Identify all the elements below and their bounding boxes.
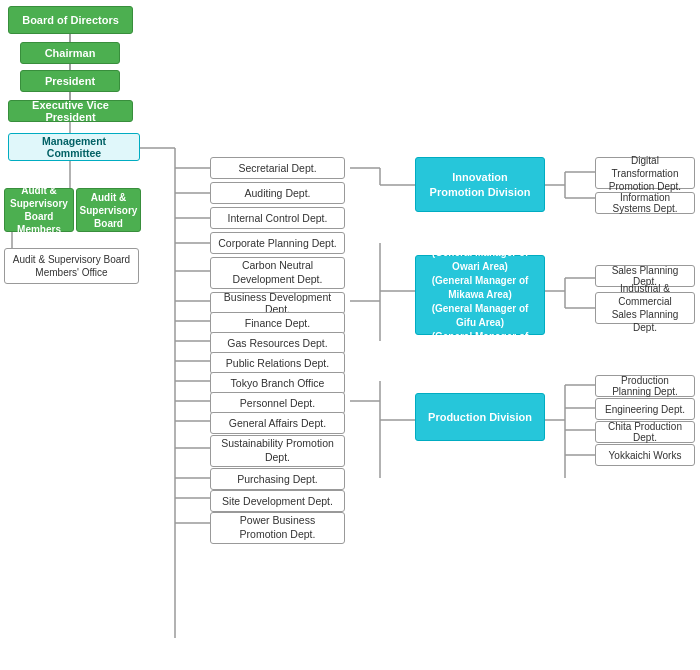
gas-resources-dept: Gas Resources Dept. <box>210 332 345 354</box>
secretarial-dept: Secretarial Dept. <box>210 157 345 179</box>
chita-production-dept: Chita Production Dept. <box>595 421 695 443</box>
biz-dev-dept: Business Development Dept. <box>210 292 345 314</box>
org-chart: Board of Directors Chairman President Ex… <box>0 0 700 670</box>
audit-supervisory-board: Audit & Supervisory Board <box>76 188 141 232</box>
personnel-dept: Personnel Dept. <box>210 392 345 414</box>
yokkaichi-works: Yokkaichi Works <box>595 444 695 466</box>
chairman: Chairman <box>20 42 120 64</box>
finance-dept: Finance Dept. <box>210 312 345 334</box>
purchasing-dept: Purchasing Dept. <box>210 468 345 490</box>
tokyo-branch-office: Tokyo Branch Office <box>210 372 345 394</box>
site-dev-dept: Site Development Dept. <box>210 490 345 512</box>
digital-transform-dept: Digital Transformation Promotion Dept. <box>595 157 695 189</box>
executive-vp: Executive Vice President <box>8 100 133 122</box>
corp-planning-dept: Corporate Planning Dept. <box>210 232 345 254</box>
sales-division: Sales Division (General Manager of Owari… <box>415 255 545 335</box>
public-relations-dept: Public Relations Dept. <box>210 352 345 374</box>
info-systems-dept: Information Systems Dept. <box>595 192 695 214</box>
internal-control-dept: Internal Control Dept. <box>210 207 345 229</box>
audit-supervisory-members: Audit & Supervisory Board Members <box>4 188 74 232</box>
sustainability-dept: Sustainability Promotion Dept. <box>210 435 345 467</box>
innovation-division: Innovation Promotion Division <box>415 157 545 212</box>
president: President <box>20 70 120 92</box>
engineering-dept: Engineering Dept. <box>595 398 695 420</box>
general-affairs-dept: General Affairs Dept. <box>210 412 345 434</box>
power-biz-dept: Power Business Promotion Dept. <box>210 512 345 544</box>
carbon-neutral-dept: Carbon Neutral Development Dept. <box>210 257 345 289</box>
management-committee: Management Committee <box>8 133 140 161</box>
production-division: Production Division <box>415 393 545 441</box>
auditing-dept: Auditing Dept. <box>210 182 345 204</box>
board-of-directors: Board of Directors <box>8 6 133 34</box>
industrial-sales-dept: Industrial & Commercial Sales Planning D… <box>595 292 695 324</box>
production-planning-dept: Production Planning Dept. <box>595 375 695 397</box>
audit-office: Audit & Supervisory Board Members' Offic… <box>4 248 139 284</box>
